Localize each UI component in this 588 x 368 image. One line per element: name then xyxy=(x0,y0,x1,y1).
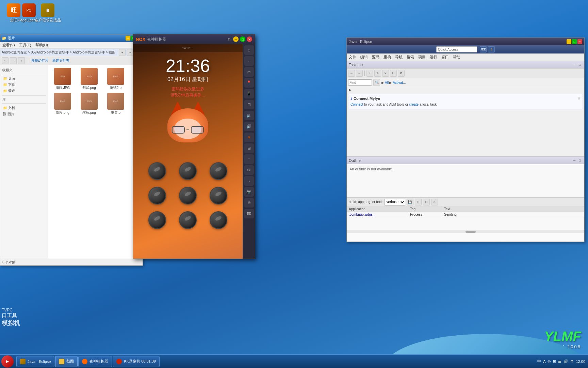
menu-refactor[interactable]: 重构 xyxy=(383,55,391,60)
java-ee-button[interactable]: JEE xyxy=(480,46,487,52)
nox-camera-button[interactable]: 📷 xyxy=(244,187,254,197)
lock-circle-9[interactable] xyxy=(210,211,227,229)
sidebar-docs[interactable]: 📁 文档 xyxy=(2,105,46,111)
lock-circle-6[interactable] xyxy=(210,187,227,204)
task-sync-icon[interactable]: ↻ xyxy=(390,70,397,77)
connect-mylyn-close-icon[interactable]: ✕ xyxy=(577,96,581,101)
nox-close-button[interactable]: ✕ xyxy=(247,36,252,42)
filter-active[interactable]: Activat... xyxy=(393,81,406,85)
outline-maximize-icon[interactable]: □ xyxy=(577,158,582,163)
panel-minimize-icon[interactable]: ─ xyxy=(572,62,577,67)
taskbar-item-screenshots[interactable]: 截图 xyxy=(55,356,78,367)
nox-maximize-button[interactable]: □ xyxy=(240,36,245,42)
log-filter-icon[interactable]: ⊞ xyxy=(415,199,422,205)
log-input[interactable] xyxy=(349,234,582,241)
java-button[interactable]: J xyxy=(488,46,495,52)
connect-link[interactable]: Connect xyxy=(350,103,363,106)
menu-icon[interactable]: ☰ xyxy=(558,359,561,364)
eclipse-close-button[interactable]: ✕ xyxy=(577,39,582,44)
menu-run[interactable]: 运行 xyxy=(430,55,437,60)
sidebar-desktop[interactable]: 📁 桌面 xyxy=(2,76,46,82)
create-link[interactable]: create xyxy=(409,103,419,106)
lock-circle-4[interactable] xyxy=(148,187,166,204)
start-button[interactable]: ▶ xyxy=(1,355,14,368)
nox-settings-btn[interactable]: ⚙ xyxy=(244,165,254,175)
desktop-icon-kehu[interactable]: 📋 客户需求及成品 xyxy=(34,3,61,22)
lock-circle-7[interactable] xyxy=(148,211,166,229)
settings-tray-icon[interactable]: ⚙ xyxy=(570,359,574,364)
up-button[interactable]: ↑ xyxy=(18,57,25,64)
menu-source[interactable]: 源码 xyxy=(372,55,379,60)
lock-circle-5[interactable] xyxy=(179,187,197,204)
nox-home-button[interactable]: ⌂ xyxy=(244,45,254,55)
menu-window[interactable]: 窗口 xyxy=(441,55,449,60)
filter-all[interactable]: All xyxy=(385,81,389,85)
list-item[interactable]: PNG 缩放.png xyxy=(77,93,101,115)
nox-apps-button[interactable]: ⊛ xyxy=(244,198,254,208)
nox-scale-button[interactable]: ⊡ xyxy=(244,100,254,109)
back-button[interactable]: ← xyxy=(2,57,9,64)
quick-access-input[interactable] xyxy=(436,46,477,52)
nox-volume-up-button[interactable]: 🔊 xyxy=(244,122,254,131)
taskbar-item-eclipse[interactable]: Java - Eclipse xyxy=(16,356,54,367)
action-newfolder[interactable]: 新建文件夹 xyxy=(52,58,69,63)
nox-grid-button[interactable]: ⊞ xyxy=(244,143,254,153)
menu-tools[interactable]: 工具(T) xyxy=(19,43,31,48)
forward-button[interactable]: → xyxy=(10,57,17,64)
menu-help2[interactable]: 帮助 xyxy=(453,55,460,60)
log-row[interactable]: .combriup.wdgs... Process Sending xyxy=(347,212,584,217)
address-go[interactable]: → xyxy=(127,49,133,56)
find-search-icon[interactable]: 🔍 xyxy=(373,79,380,86)
nox-back-button[interactable]: ← xyxy=(244,56,254,66)
grid-icon[interactable]: ⊞ xyxy=(553,359,556,364)
nox-scissors-button[interactable]: ✂ xyxy=(244,67,254,77)
log-level-select[interactable]: verbose debug info xyxy=(384,199,405,205)
lock-circle-1[interactable] xyxy=(148,162,166,180)
list-item[interactable]: PNG 测试.png xyxy=(77,68,101,90)
sidebar-pictures[interactable]: 🖼 图片 xyxy=(2,111,46,117)
address-dropdown[interactable]: ▼ xyxy=(119,49,126,56)
find-input[interactable] xyxy=(348,79,372,86)
panel-maximize-icon[interactable]: □ xyxy=(577,62,582,67)
list-item[interactable]: IMG 捕获.JPG xyxy=(51,68,75,90)
expand-icon[interactable]: ▶ xyxy=(349,88,352,92)
nox-volume-down-button[interactable]: 🔉 xyxy=(244,111,254,120)
menu-help[interactable]: 帮助(H) xyxy=(35,43,48,48)
sidebar-recent[interactable]: 📁 最近 xyxy=(2,88,46,94)
menu-search[interactable]: 搜索 xyxy=(407,55,414,60)
log-hscroll[interactable] xyxy=(347,230,584,233)
network-icon[interactable]: ◎ xyxy=(548,359,551,364)
menu-file[interactable]: 文件 xyxy=(349,55,356,60)
nox-send-button[interactable]: → xyxy=(244,176,254,186)
lock-circle-2[interactable] xyxy=(179,162,197,180)
log-save-icon[interactable]: 💾 xyxy=(407,199,413,205)
menu-edit[interactable]: 编辑 xyxy=(360,55,368,60)
lang-icon[interactable]: 中 xyxy=(537,359,541,364)
log-clear-icon[interactable]: ✕ xyxy=(431,199,438,205)
task-edit-icon[interactable]: ✎ xyxy=(374,70,381,77)
task-forward-icon[interactable]: → xyxy=(356,70,363,77)
nox-location-button[interactable]: 📍 xyxy=(244,78,254,88)
menu-view[interactable]: 查看(V) xyxy=(2,43,15,48)
taskbar-item-recorder[interactable]: KK录像机 00:01:39 xyxy=(113,356,160,367)
eclipse-maximize-button[interactable]: □ xyxy=(572,39,577,44)
minimize-button[interactable]: ─ xyxy=(126,36,130,41)
task-delete-icon[interactable]: ✕ xyxy=(382,70,389,77)
nox-screen-button[interactable]: 📱 xyxy=(244,89,254,98)
nox-phone-button[interactable]: ☎ xyxy=(244,209,254,218)
speaker-icon[interactable]: 🔊 xyxy=(564,359,568,364)
list-item[interactable]: PNG 流程.png xyxy=(51,93,75,115)
nox-settings-icon[interactable]: ⚙ xyxy=(226,36,232,42)
task-back-icon[interactable]: ← xyxy=(348,70,355,77)
list-item[interactable]: PNG 重置.p xyxy=(104,93,128,115)
outline-minimize-icon[interactable]: ─ xyxy=(572,158,577,163)
nox-upload-button[interactable]: ↑ xyxy=(244,154,254,164)
list-item[interactable]: PNG 测试2.p xyxy=(104,68,128,90)
eclipse-minimize-button[interactable]: ─ xyxy=(567,39,571,44)
ime-icon[interactable]: A xyxy=(543,359,545,364)
log-split-icon[interactable]: ⊟ xyxy=(423,199,430,205)
task-settings-icon[interactable]: ⚙ xyxy=(398,70,405,77)
nox-minimize-button[interactable]: ─ xyxy=(233,36,239,42)
sidebar-downloads[interactable]: 📁 下载 xyxy=(2,82,46,88)
taskbar-item-nox[interactable]: 夜神模拟器 xyxy=(78,356,112,367)
